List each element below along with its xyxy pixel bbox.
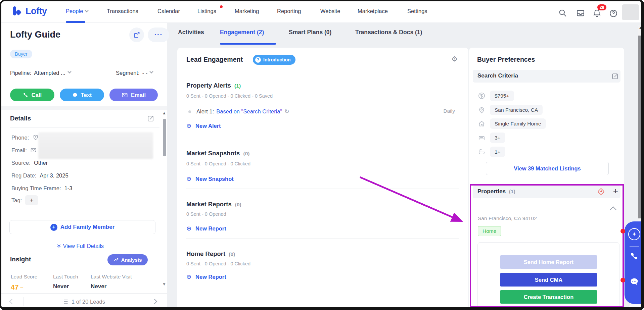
divider: [186, 189, 459, 189]
search-icon[interactable]: [558, 9, 567, 17]
view-matched-listings-button[interactable]: View 39 Matched Listings: [486, 162, 609, 175]
active-nav-underline: [66, 21, 85, 23]
last-website-visit-label: Last Website Visit: [91, 274, 132, 280]
alert-frequency: Daily: [444, 108, 455, 114]
search-criteria-header: Search Criteria: [473, 70, 620, 83]
shield-question-icon[interactable]: [32, 134, 39, 141]
properties-title: Properties: [477, 188, 506, 195]
new-alert-button[interactable]: ⊕ New Alert: [186, 122, 221, 130]
edit-search-criteria-icon[interactable]: [611, 72, 619, 80]
source-value: Other: [34, 160, 48, 166]
last-touch-value: Never: [53, 283, 69, 290]
help-icon[interactable]: [609, 9, 618, 18]
refresh-icon[interactable]: ↻: [284, 108, 289, 115]
tab-engagement[interactable]: Engagement (2): [220, 29, 264, 36]
nav-item-marketing[interactable]: Marketing: [235, 0, 259, 22]
chevron-down-icon: [150, 70, 153, 73]
text-button[interactable]: Text: [60, 89, 104, 101]
market-reports-count: (0): [235, 202, 241, 207]
nav-item-website[interactable]: Website: [320, 0, 340, 22]
active-tab-underline: [220, 43, 276, 45]
more-actions-button[interactable]: ···: [148, 28, 169, 42]
page-scrollbar-thumb[interactable]: [638, 36, 643, 218]
tab-transactions-docs[interactable]: Transactions & Docs (1): [355, 29, 422, 36]
home-report-stats: 0 Sent - 0 Opened - 0 Clicked: [186, 261, 250, 266]
redacted-contact-info: [38, 132, 153, 159]
panel-scroll-down-arrow[interactable]: ▼: [162, 282, 166, 287]
location-chip[interactable]: San Francisco, CA: [490, 105, 543, 115]
nav-item-marketplace[interactable]: Marketplace: [358, 0, 388, 22]
send-home-report-button[interactable]: Send Home Report: [500, 255, 597, 269]
inbox-icon[interactable]: [576, 9, 585, 17]
reg-date-value: Apr 3, 2025: [40, 172, 68, 179]
analysis-button[interactable]: Analysis: [107, 254, 148, 265]
phone-field: Phone:: [11, 134, 39, 141]
nav-item-settings[interactable]: Settings: [407, 0, 427, 22]
envelope-icon: [122, 92, 128, 98]
collapse-chevron-up-icon[interactable]: [610, 206, 616, 213]
home-icon: [478, 120, 486, 127]
add-tag-button[interactable]: +: [25, 195, 38, 205]
property-type-chip[interactable]: Single Family Home: [490, 118, 546, 129]
price-chip[interactable]: $795+: [490, 91, 514, 101]
nav-item-people[interactable]: People: [66, 0, 88, 22]
tab-activities[interactable]: Activities: [178, 29, 204, 36]
details-section-title: Details: [10, 115, 31, 122]
lead-pagination-status: 1 of 20 Leads: [0, 298, 167, 305]
property-alerts-title: Property Alerts (1): [186, 82, 241, 89]
beds-chip[interactable]: 3+: [490, 133, 505, 143]
new-snapshot-button[interactable]: ⊕ New Snapshot: [186, 175, 234, 183]
criteria-baths-row: 1+: [478, 147, 505, 157]
scroll-up-arrow[interactable]: ▲: [639, 25, 642, 30]
lead-name: Lofty Guide: [10, 30, 60, 40]
panel-scroll-up-arrow[interactable]: ▲: [162, 111, 166, 115]
ai-assistant-button[interactable]: ✦: [625, 228, 644, 240]
user-avatar[interactable]: [622, 4, 639, 20]
add-family-member-button[interactable]: + Add Family Member: [9, 220, 155, 234]
nav-item-reporting[interactable]: Reporting: [277, 0, 301, 22]
email-button[interactable]: Email: [109, 89, 158, 101]
listings-notification-dot: [220, 5, 223, 8]
lofty-crm-screen: Lofty People Transactions Calendar Listi…: [0, 0, 644, 310]
new-home-report-button[interactable]: ⊕ New Report: [186, 273, 226, 280]
market-snapshots-title: Market Snapshots (0): [186, 150, 249, 157]
gear-icon[interactable]: ⚙: [451, 55, 458, 63]
price-icon: [478, 92, 486, 100]
criteria-property-type-row: Single Family Home: [478, 118, 546, 129]
sparkle-icon: ✦: [632, 231, 637, 238]
baths-chip[interactable]: 1+: [490, 147, 505, 157]
segment-dropdown[interactable]: Segment: - -: [116, 70, 153, 76]
property-alerts-stats: 0 Sent - 0 Opened - 0 Clicked - 0 Saved: [186, 93, 273, 99]
send-cma-button[interactable]: Send CMA: [500, 273, 597, 287]
bed-icon: [478, 134, 486, 142]
top-navigation-bar: Lofty People Transactions Calendar Listi…: [0, 0, 644, 23]
nav-item-transactions[interactable]: Transactions: [107, 0, 138, 22]
alert-criteria-link[interactable]: Based on "Search Criteria": [216, 108, 282, 115]
call-button[interactable]: Call: [10, 89, 54, 101]
add-property-button[interactable]: +: [613, 186, 618, 196]
widget-chat-button[interactable]: [625, 277, 644, 287]
route-diamond-icon[interactable]: [597, 188, 605, 195]
floating-action-widget: ✦: [625, 221, 644, 304]
edit-details-icon[interactable]: [147, 115, 154, 122]
line-chart-icon: [113, 257, 119, 263]
lead-engagement-title: Lead Engagement: [186, 56, 243, 63]
market-reports-stats: 0 Sent - 0 Opened: [186, 211, 226, 217]
panel-scrollbar-thumb[interactable]: [163, 119, 166, 156]
widget-collapse-handle[interactable]: [629, 304, 644, 309]
widget-call-button[interactable]: [625, 252, 644, 261]
envelope-x-icon[interactable]: [30, 147, 37, 154]
new-market-report-button[interactable]: ⊕ New Report: [186, 225, 226, 232]
plus-circle-outline-icon: ⊕: [186, 273, 191, 280]
introduction-badge[interactable]: ? Introduction: [253, 55, 295, 65]
property-alerts-count: (1): [234, 83, 241, 89]
phone-icon: [630, 252, 639, 261]
pipeline-dropdown[interactable]: Pipeline: Attempted ...: [10, 70, 71, 76]
lofty-logo[interactable]: Lofty: [11, 5, 47, 17]
nav-item-calendar[interactable]: Calendar: [157, 0, 180, 22]
share-lead-button[interactable]: [129, 28, 144, 42]
nav-item-listings[interactable]: Listings: [197, 0, 216, 22]
view-full-details-link[interactable]: View Full Details: [0, 243, 160, 249]
create-transaction-button[interactable]: Create Transaction: [500, 290, 597, 304]
tab-smart-plans[interactable]: Smart Plans (0): [289, 29, 331, 36]
